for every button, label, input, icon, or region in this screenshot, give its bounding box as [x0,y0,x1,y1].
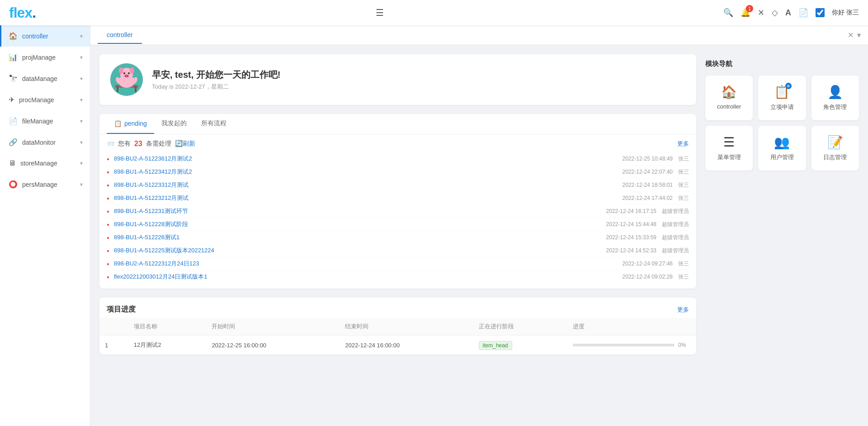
logo-text: flex. [9,5,36,21]
date-text: Today is 2022-12-27，星期二 [152,83,280,91]
doc-icon[interactable]: 📄 [798,8,808,18]
sidebar-item-controller[interactable]: 🏠 controller ▾ [0,25,90,47]
sidebar-item-left: ⭕ persManage [9,180,57,189]
item-meta: 2022-12-24 09:27:46 张三 [623,260,689,268]
item-dot: ● [107,196,109,201]
item-link[interactable]: 898-BU1-A-512228测试阶段 [114,221,188,227]
tab-bar: controller ✕ ▾ [90,25,868,45]
main-left: 早安, test, 开始您一天的工作吧! Today is 2022-12-27… [99,54,696,417]
module-label-user-manage: 用户管理 [770,153,794,161]
project-more-link[interactable]: 更多 [677,306,689,314]
pending-item: ● 898-BU1-A-51223412月测试2 2022-12-24 22:0… [107,166,689,179]
item-link[interactable]: 898-BU1-A-512225测试版本20221224 [114,247,214,254]
col-header: 结束时间 [340,318,473,336]
svg-rect-3 [135,86,137,92]
module-item-role-manage[interactable]: 👤角色管理 [811,76,859,120]
sidebar-item-left: 🔭 dataManage [9,74,57,83]
item-link[interactable]: 898-BU1-A-51223212月测试 [114,194,189,201]
sidebar-label-procManage: procManage [19,96,54,104]
pending-info: 📨 您有 23 条需处理 🔄刷新 [107,140,195,148]
item-link[interactable]: 898-BU2-A-51222312月24日123 [114,260,199,267]
pending-item: ● 898-BU1-A-512228测试阶段 2022-12-24 15:44:… [107,218,689,231]
project-table-body: 1 12月测试2 2022-12-25 16:00:00 2022-12-24 … [99,336,696,355]
item-link[interactable]: flex202212003012月24日测试版本1 [114,273,208,280]
card-tab-所有流程[interactable]: 所有流程 [194,114,234,134]
pending-suffix: 条需处理 [146,140,171,148]
diamond-icon[interactable]: ◇ [772,8,778,18]
module-item-user-manage[interactable]: 👥用户管理 [758,126,806,170]
chevron-icon-persManage: ▾ [80,181,83,188]
sidebar-item-procManage[interactable]: ✈ procManage ▾ [0,89,90,110]
pending-item: ● 898-BU1-A-512225测试版本20221224 2022-12-2… [107,244,689,257]
sidebar-label-controller: controller [22,33,48,40]
item-meta: 2022-12-24 15:33:59 超级管理员 [606,234,689,241]
module-item-menu-manage[interactable]: ☰菜单管理 [705,126,753,170]
pending-item: ● 898-BU2-A-51222312月24日123 2022-12-24 0… [107,257,689,270]
sidebar-item-persManage[interactable]: ⭕ persManage ▾ [0,174,90,195]
sidebar-item-fileManage[interactable]: 📄 fileManage ▾ [0,110,90,132]
font-icon[interactable]: A [785,8,791,18]
sidebar-icon-procManage: ✈ [9,95,14,104]
tab-controls: ✕ ▾ [848,31,861,39]
row-index: 1 [99,336,128,355]
item-dot: ● [107,261,109,266]
item-user: 张三 [678,260,689,268]
item-link[interactable]: 898-BU1-A-51223412月测试2 [114,168,192,175]
item-user: 张三 [678,155,689,163]
search-icon[interactable]: 🔍 [723,8,733,18]
card-tab-我发起的[interactable]: 我发起的 [154,114,194,134]
module-item-log-manage[interactable]: 📝日志管理 [811,126,859,170]
pending-item: ● 898-BU1-A-512231测试环节 2022-12-24 16:17:… [107,205,689,218]
item-dot: ● [107,183,109,188]
pending-more-link[interactable]: 更多 [677,140,689,148]
pending-item: ● 898-BU1-A-51223212月测试 2022-12-24 17:44… [107,192,689,205]
sidebar-item-dataMonitor[interactable]: 🔗 dataMonitor ▾ [0,132,90,153]
sidebar-item-left: 📊 projManage [9,53,56,62]
sidebar-icon-dataMonitor: 🔗 [9,138,18,147]
svg-point-8 [123,72,125,74]
refresh-button[interactable]: 🔄刷新 [175,140,195,148]
module-label-controller: controller [717,103,741,110]
chevron-icon-procManage: ▾ [80,97,83,103]
logo-main: flex [9,5,32,21]
tab-controller[interactable]: controller [98,27,142,44]
pending-count: 23 [134,140,142,148]
bell-icon[interactable]: 🔔 1 [741,8,750,18]
item-link[interactable]: 898-BU1-A-512231测试环节 [114,208,188,214]
item-user: 超级管理员 [662,221,689,228]
sidebar-item-projManage[interactable]: 📊 projManage ▾ [0,47,90,68]
module-icon-menu-manage: ☰ [723,135,735,150]
item-meta: 2022-12-24 17:44:02 张三 [623,194,689,202]
project-progress-card: 项目进度 更多 项目名称开始时间结束时间正在进行阶段进度 1 12月测试2 20… [99,298,696,355]
module-item-controller[interactable]: 🏠controller [705,76,753,120]
module-item-proj-apply[interactable]: 📋⊕立项申请 [758,76,806,120]
item-link[interactable]: 898-BU2-A-51223612月测试2 [114,155,192,162]
module-nav-title: 模块导航 [705,54,859,76]
item-date: 2022-12-24 22:07:40 [623,169,673,175]
sidebar-item-dataManage[interactable]: 🔭 dataManage ▾ [0,68,90,89]
item-date: 2022-12-24 09:27:46 [623,260,673,267]
main-layout: 🏠 controller ▾ 📊 projManage ▾ 🔭 dataMana… [0,25,868,426]
close-icon[interactable]: ✕ [758,8,764,18]
item-meta: 2022-12-24 15:44:48 超级管理员 [606,221,689,228]
logo: flex. [9,5,36,21]
item-left: ● 898-BU1-A-51223212月测试 [107,194,189,202]
item-meta: 2022-12-24 22:07:40 张三 [623,168,689,176]
tab-close-button[interactable]: ✕ [848,31,854,39]
item-dot: ● [107,156,109,161]
checkbox-toggle[interactable] [816,8,825,17]
tab-expand-button[interactable]: ▾ [857,31,861,39]
card-tab-pending[interactable]: 📋pending [107,114,154,134]
right-panel: controller ✕ ▾ [90,25,868,426]
project-table-header-row: 项目名称开始时间结束时间正在进行阶段进度 [99,318,696,336]
item-date: 2022-12-24 14:52:33 [606,247,656,254]
item-link[interactable]: 898-BU1-A-51223312月测试 [114,181,189,188]
bell-badge: 1 [746,5,753,12]
pending-item: ● 898-BU1-A-512226测试1 2022-12-24 15:33:5… [107,231,689,244]
hamburger-icon[interactable]: ☰ [372,5,387,20]
item-left: ● 898-BU2-A-51223612月测试2 [107,155,192,163]
sidebar-item-storeManage[interactable]: 🖥 storeManage ▾ [0,153,90,174]
item-user: 超级管理员 [662,234,689,241]
item-dot: ● [107,248,109,253]
item-link[interactable]: 898-BU1-A-512226测试1 [114,234,179,241]
